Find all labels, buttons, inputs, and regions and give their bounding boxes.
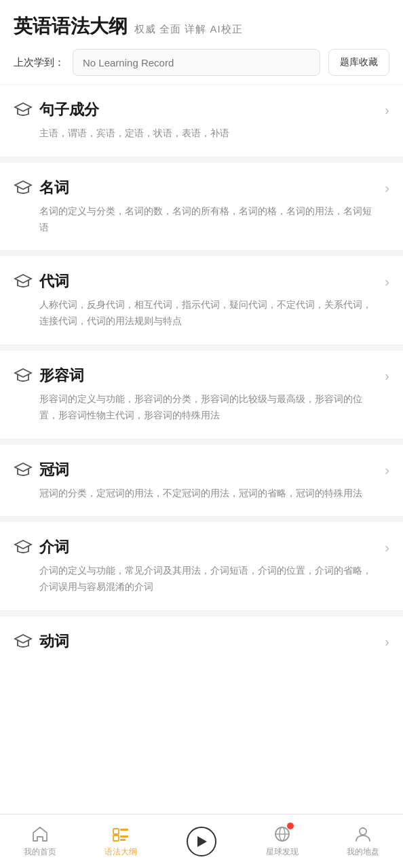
graduation-icon: [14, 460, 33, 479]
item-desc: 介词的定义与功能，常见介词及其用法，介词短语，介词的位置，介词的省略，介词误用与…: [39, 563, 378, 595]
divider: [0, 251, 403, 256]
nav-label-discover: 星球发现: [266, 846, 299, 858]
svg-rect-10: [120, 835, 128, 837]
list-item[interactable]: 代词 人称代词，反身代词，相互代词，指示代词，疑问代词，不定代词，关系代词，连接…: [0, 256, 403, 345]
discover-icon: [273, 825, 292, 844]
graduation-icon: [14, 100, 33, 119]
list-item[interactable]: 句子成分 主语，谓语，宾语，定语，状语，表语，补语 ›: [0, 85, 403, 157]
nav-item-outline[interactable]: 语法大纲: [81, 825, 161, 858]
last-learned-input[interactable]: [73, 49, 320, 76]
nav-label-outline: 语法大纲: [104, 846, 137, 858]
item-title: 介词: [39, 537, 69, 557]
item-title: 形容词: [39, 366, 84, 386]
svg-rect-9: [113, 835, 119, 841]
graduation-icon: [14, 538, 33, 557]
outline-icon: [111, 825, 130, 844]
graduation-icon: [14, 272, 33, 291]
page-subtitle: 权威 全面 详解 AI校正: [134, 23, 243, 36]
divider: [0, 345, 403, 351]
item-desc: 形容词的定义与功能，形容词的分类，形容词的比较级与最高级，形容词的位置，形容词性…: [39, 391, 378, 424]
list-item[interactable]: 动词 ›: [0, 616, 403, 672]
last-learned-label: 上次学到：: [14, 56, 64, 69]
divider: [0, 517, 403, 522]
chevron-right-icon: ›: [385, 274, 389, 290]
graduation-icon: [14, 632, 33, 651]
svg-rect-11: [120, 839, 126, 841]
divider: [0, 611, 403, 616]
divider: [0, 157, 403, 163]
item-title: 句子成分: [39, 100, 99, 120]
item-title: 冠词: [39, 460, 69, 480]
nav-item-discover[interactable]: 星球发现: [242, 825, 322, 858]
item-desc: 冠词的分类，定冠词的用法，不定冠词的用法，冠词的省略，冠词的特殊用法: [39, 486, 378, 502]
graduation-icon: [14, 366, 33, 385]
nav-label-profile: 我的地盘: [347, 846, 379, 858]
nav-label-home: 我的首页: [24, 846, 56, 858]
page-title: 英语语法大纲: [14, 14, 128, 39]
nav-item-home[interactable]: 我的首页: [0, 825, 81, 858]
chevron-right-icon: ›: [385, 180, 389, 196]
svg-rect-8: [120, 829, 128, 831]
svg-rect-7: [113, 829, 119, 834]
item-desc: 名词的定义与分类，名词的数，名词的所有格，名词的格，名词的用法，名词短语: [39, 203, 378, 236]
play-icon: [185, 825, 218, 858]
chevron-right-icon: ›: [385, 634, 389, 650]
chevron-right-icon: ›: [385, 368, 389, 384]
item-desc: 主语，谓语，宾语，定语，状语，表语，补语: [39, 125, 378, 142]
item-title: 名词: [39, 178, 69, 198]
list-item[interactable]: 介词 介词的定义与功能，常见介词及其用法，介词短语，介词的位置，介词的省略，介词…: [0, 522, 403, 611]
list-item[interactable]: 名词 名词的定义与分类，名词的数，名词的所有格，名词的格，名词的用法，名词短语 …: [0, 163, 403, 252]
discover-badge: [287, 823, 294, 829]
item-title: 代词: [39, 271, 69, 292]
divider: [0, 439, 403, 445]
item-desc: 人称代词，反身代词，相互代词，指示代词，疑问代词，不定代词，关系代词，连接代词，…: [39, 297, 378, 330]
question-bank-button[interactable]: 题库收藏: [328, 49, 389, 76]
chevron-right-icon: ›: [385, 102, 389, 118]
nav-item-profile[interactable]: 我的地盘: [322, 825, 403, 858]
grammar-list: 句子成分 主语，谓语，宾语，定语，状语，表语，补语 › 名词: [0, 85, 403, 672]
chevron-right-icon: ›: [385, 540, 389, 555]
bottom-nav: 我的首页 语法大纲: [0, 814, 403, 868]
chevron-right-icon: ›: [385, 462, 389, 478]
list-item[interactable]: 形容词 形容词的定义与功能，形容词的分类，形容词的比较级与最高级，形容词的位置，…: [0, 351, 403, 439]
graduation-icon: [14, 178, 33, 197]
page-header: 英语语法大纲 权威 全面 详解 AI校正 上次学到： 题库收藏: [0, 0, 403, 85]
item-title: 动词: [39, 631, 69, 652]
profile-icon: [353, 825, 372, 844]
list-item[interactable]: 冠词 冠词的分类，定冠词的用法，不定冠词的用法，冠词的省略，冠词的特殊用法 ›: [0, 445, 403, 517]
nav-item-play[interactable]: [161, 825, 242, 858]
svg-point-15: [360, 828, 366, 835]
home-icon: [31, 825, 50, 844]
